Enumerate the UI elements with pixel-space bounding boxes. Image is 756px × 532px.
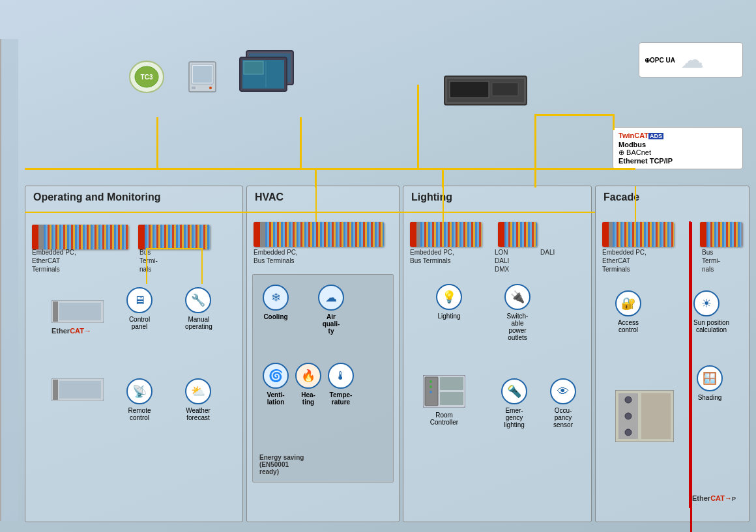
pc-c6930-icon xyxy=(182,62,222,91)
twincat-icon: TC3 xyxy=(127,62,166,91)
hvac-section: HVAC Embedded PC,Bus Terminals ❄ Cooling… xyxy=(246,186,400,522)
pc-c5240-item xyxy=(443,75,528,110)
room-controller-label: RoomController xyxy=(423,412,465,426)
lighting-terminal-label-lon: LONDALIDMX xyxy=(495,248,509,273)
multitouch-item xyxy=(235,49,300,97)
lighting-section: Lighting Embedded PC,Bus Terminals LONDA… xyxy=(403,186,592,522)
facade-terminal-bar-2 xyxy=(700,222,742,247)
ethercat-device-2 xyxy=(51,378,104,402)
remote-control-item: 📡 Remotecontrol xyxy=(126,378,153,421)
yline-facade-down xyxy=(534,168,536,188)
svg-text:TC3: TC3 xyxy=(140,74,153,81)
yline-op-ctrl xyxy=(146,248,147,284)
svg-point-30 xyxy=(429,391,432,393)
yline-to-comm xyxy=(534,168,635,170)
emergency-lighting-icon: 🔦 xyxy=(501,378,527,404)
hvac-terminal-label: Embedded PC,Bus Terminals xyxy=(254,248,298,265)
temperature-label: Tempe-rature xyxy=(328,391,354,406)
yline-v-comm xyxy=(613,114,615,130)
facade-terminal-label-2: BusTermi-nals xyxy=(702,248,720,273)
ethercat-p-label: EtherCAT→P xyxy=(692,494,736,502)
control-panel-icon: 🖥 xyxy=(126,287,153,313)
svg-point-34 xyxy=(625,397,632,403)
occupancy-sensor-icon: 👁 xyxy=(550,378,576,404)
pc-c6930-item xyxy=(182,62,222,94)
emergency-lighting-label: Emer-gencylighting xyxy=(501,407,527,428)
heating-icon: 🔥 xyxy=(295,363,321,389)
comm-box: TwinCATADS Modbus ⊕ BACnet Ethernet TCP/… xyxy=(613,127,743,169)
weather-forecast-label: Weatherforecast xyxy=(185,407,211,421)
svg-point-29 xyxy=(429,385,432,388)
switch-outlets-label: Switch-ablepoweroutlets xyxy=(504,313,531,341)
lighting-func: 💡 Lighting xyxy=(436,284,462,320)
cooling-label: Cooling xyxy=(263,313,289,320)
bus-terminals-label-op: BusTermi-nals xyxy=(139,248,158,273)
opc-box: ⊕OPC UA ☁ xyxy=(639,42,743,77)
ventilation-label: Venti-lation xyxy=(263,391,289,406)
lighting-icon: 💡 xyxy=(436,284,462,310)
yline-main-h xyxy=(156,168,534,170)
lighting-terminal-label-1: Embedded PC,Bus Terminals xyxy=(410,248,454,265)
ethercat-label-1: EtherCAT→ xyxy=(51,327,104,335)
terminal-bar-1 xyxy=(32,225,128,249)
bacnet-label: ⊕ BACnet xyxy=(618,148,737,157)
yline-h-c5240-comm xyxy=(534,114,613,116)
ventilation-item: 🌀 Venti-lation xyxy=(263,363,289,406)
occupancy-sensor-item: 👁 Occu-pancysensor xyxy=(550,378,576,428)
svg-rect-23 xyxy=(59,381,101,399)
svg-rect-19 xyxy=(53,301,58,322)
access-control-icon: 🔐 xyxy=(615,290,641,316)
svg-rect-22 xyxy=(53,380,58,400)
yline-v-lighting xyxy=(417,85,419,168)
room-controller-item: RoomController xyxy=(423,375,465,426)
switch-outlets-icon: 🔌 xyxy=(504,284,531,310)
embedded-pc-ethercat-label: Embedded PC,EtherCATTerminals xyxy=(32,248,76,273)
lighting-label: Lighting xyxy=(436,313,462,320)
ethercat-device-1: EtherCAT→ xyxy=(51,300,104,335)
yline-v-hvac xyxy=(300,117,302,169)
yline-lighting-v xyxy=(443,186,444,222)
facade-terminal-bar-1 xyxy=(602,222,674,247)
switch-outlets-item: 🔌 Switch-ablepoweroutlets xyxy=(504,284,531,341)
shading-label: Shading xyxy=(697,394,723,401)
embedded-bus-terminals-container xyxy=(194,231,226,322)
facade-device xyxy=(615,390,674,443)
svg-point-28 xyxy=(429,380,432,383)
yline-v-operating xyxy=(156,117,158,169)
shading-item: 🪟 Shading xyxy=(697,365,723,401)
emergency-lighting-item: 🔦 Emer-gencylighting xyxy=(501,378,527,428)
hvac-terminal-bar xyxy=(254,222,384,247)
access-control-item: 🔐 Accesscontrol xyxy=(615,290,641,333)
shading-icon: 🪟 xyxy=(697,365,723,391)
lighting-terminal-bar-2 xyxy=(498,222,537,247)
facade-section: Facade Embedded PC,EtherCATTerminals Bus… xyxy=(595,186,749,522)
air-quality-icon: ☁ xyxy=(318,285,344,311)
hvac-gray-box: ❄ Cooling ☁ Airquali-ty 🌀 Venti-lation 🔥… xyxy=(252,274,394,483)
yline-hvac-v xyxy=(315,186,317,222)
control-panel-item: 🖥 Controlpanel xyxy=(126,287,153,330)
facade-title: Facade xyxy=(603,191,639,203)
svg-rect-17 xyxy=(492,83,518,96)
svg-rect-16 xyxy=(450,81,489,98)
operating-title: Operating and Monitoring xyxy=(33,191,161,203)
access-control-label: Accesscontrol xyxy=(615,319,641,333)
cloud-icon: ☁ xyxy=(680,48,704,72)
energy-saving-label: Energy saving(EN50001ready) xyxy=(259,454,386,475)
svg-rect-33 xyxy=(641,393,671,439)
temperature-item: 🌡 Tempe-rature xyxy=(328,363,354,406)
lighting-terminal-bar-1 xyxy=(410,222,482,247)
svg-point-35 xyxy=(625,413,632,419)
svg-rect-26 xyxy=(440,377,463,390)
red-line-facade-ext xyxy=(689,221,691,508)
sun-pos-item: ☀ Sun positioncalculation xyxy=(693,290,729,333)
svg-rect-6 xyxy=(192,87,196,89)
facade-terminal-label-1: Embedded PC,EtherCATTerminals xyxy=(602,248,647,273)
yline-v-c5240 xyxy=(534,114,536,168)
svg-rect-5 xyxy=(193,66,212,83)
twincat-item: TC3 xyxy=(127,62,166,94)
svg-point-36 xyxy=(625,429,632,436)
control-panel-label: Controlpanel xyxy=(126,316,153,330)
management-level-label xyxy=(0,39,18,182)
yline-facade-v xyxy=(635,186,636,222)
embedded-pc-ethercat xyxy=(32,225,128,249)
